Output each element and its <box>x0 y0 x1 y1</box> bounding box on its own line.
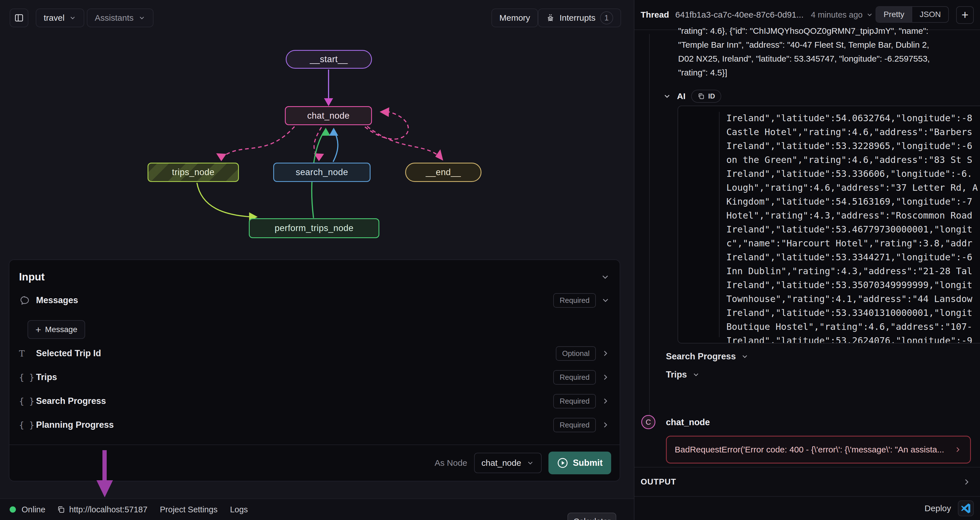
code-line: Ireland","latitude":54.0632764,"longitud… <box>726 111 980 125</box>
error-message-box[interactable]: BadRequestError('Error code: 400 - {\'er… <box>666 436 971 464</box>
add-message-label: Message <box>45 325 78 334</box>
code-lines: Ireland","latitude":54.0632764,"longitud… <box>726 111 980 343</box>
as-node-select[interactable]: chat_node <box>474 453 542 473</box>
graph-node-perform-trips-node[interactable]: perform_trips_node <box>249 218 379 238</box>
input-panel-header[interactable]: Input <box>19 268 610 286</box>
required-badge: Required <box>553 370 596 384</box>
graph-node-end[interactable]: __end__ <box>405 163 482 182</box>
braces-icon: { } <box>19 420 32 430</box>
chevron-down-icon <box>692 371 700 379</box>
field-row-messages[interactable]: Messages Required <box>19 289 610 312</box>
code-line: Ireland","latitude":53.336606,"longitude… <box>726 167 980 181</box>
input-panel: Input Messages Required + Message T Sele… <box>9 260 620 482</box>
new-thread-button[interactable]: + <box>956 6 974 24</box>
calculator-tooltip: Calculator <box>568 513 616 520</box>
plus-icon: + <box>35 325 41 334</box>
memory-button[interactable]: Memory <box>492 8 538 27</box>
view-mode-json[interactable]: JSON <box>912 7 948 22</box>
play-circle-icon <box>557 457 568 469</box>
memory-label: Memory <box>500 13 530 23</box>
workspace-dropdown[interactable]: travel <box>36 8 84 27</box>
node-label: search_node <box>296 167 348 177</box>
node-label: trips_node <box>172 167 215 177</box>
assistants-dropdown[interactable]: Assistants <box>87 8 153 27</box>
workspace-label: travel <box>44 13 64 23</box>
thread-title: Thread <box>641 10 669 19</box>
code-line: Ireland","latitude":53.2624076,"longitud… <box>726 334 980 343</box>
arrowhead-chat-search <box>314 153 324 161</box>
chevron-down-icon <box>600 272 610 282</box>
chevron-down-icon[interactable] <box>663 92 671 100</box>
interrupts-label: Interrupts <box>560 13 595 23</box>
arrowhead-perform-chat <box>321 128 330 136</box>
graph-node-start[interactable]: __start__ <box>286 50 372 69</box>
code-line: Kingdom","latitude":54.5163169,"longitud… <box>726 195 980 209</box>
required-badge: Required <box>553 394 596 408</box>
field-label: Trips <box>36 372 57 382</box>
view-mode-pretty[interactable]: Pretty <box>876 7 912 22</box>
sidebar-toggle-button[interactable] <box>10 8 29 27</box>
submit-button[interactable]: Submit <box>549 451 611 474</box>
ai-code-block[interactable]: Ireland","latitude":54.0632764,"longitud… <box>678 105 980 343</box>
as-node-value: chat_node <box>482 458 521 468</box>
message-indent-guide <box>649 34 650 429</box>
code-line: c","name":"Harcourt Hotel","rating":3.8,… <box>726 236 980 250</box>
logs-link[interactable]: Logs <box>230 505 248 514</box>
as-node-label: As Node <box>435 458 467 468</box>
avatar-letter: C <box>646 418 651 427</box>
graph-node-trips-node[interactable]: trips_node <box>148 163 239 182</box>
code-line: Castle Hotel","rating":4.6,"address":"Ba… <box>726 125 980 139</box>
assistants-label: Assistants <box>95 13 134 23</box>
copy-id-button[interactable]: ID <box>691 90 721 103</box>
braces-icon: { } <box>19 396 32 406</box>
output-section-toggle[interactable]: OUTPUT <box>635 467 980 496</box>
thread-time-dropdown[interactable]: 4 minutes ago <box>811 10 873 19</box>
graph-node-chat-node[interactable]: chat_node <box>285 106 372 125</box>
thread-id: 641fb1a3-ca7c-40ee-87c6-0d91... <box>675 10 803 19</box>
code-line: Ireland","latitude":53.35070349999999,"l… <box>726 278 980 292</box>
open-in-vscode-button[interactable] <box>958 501 974 516</box>
field-row-trips[interactable]: { } Trips Required <box>19 365 610 389</box>
text-type-icon: T <box>19 349 32 359</box>
required-badge: Required <box>553 293 596 308</box>
copy-icon <box>57 505 65 514</box>
server-url-item[interactable]: http://localhost:57187 <box>57 505 148 514</box>
message-line: "Temple Bar Inn", "address": "40-47 Flee… <box>678 38 978 52</box>
interrupts-button[interactable]: Interrupts 1 <box>538 8 621 27</box>
code-line: on the Green","rating":4.6,"address":"83… <box>726 153 980 167</box>
section-trips[interactable]: Trips <box>666 370 700 380</box>
chevron-right-icon <box>601 420 610 429</box>
node-label: __start__ <box>310 54 348 64</box>
graph-node-search-node[interactable]: search_node <box>273 163 371 182</box>
view-mode-toggle: Pretty JSON <box>876 6 949 23</box>
id-label: ID <box>708 92 715 100</box>
arrowhead-chat-trips <box>216 153 226 161</box>
field-row-planning-progress[interactable]: { } Planning Progress Required <box>19 413 610 437</box>
submit-label: Submit <box>573 458 603 468</box>
code-line: Inn Dublin","rating":4.3,"address":"21-2… <box>726 264 980 278</box>
project-settings-link[interactable]: Project Settings <box>160 505 218 514</box>
section-label: Trips <box>666 370 687 380</box>
braces-icon: { } <box>19 372 32 382</box>
chevron-down-icon <box>138 14 146 22</box>
code-indent-guide <box>719 112 719 337</box>
chevron-right-icon <box>962 477 972 487</box>
field-row-selected-trip-id[interactable]: T Selected Trip Id Optional <box>19 341 610 365</box>
message-line: "rating": 4.6}, {"id": "ChIJMQYhsoQOZ0gR… <box>678 24 978 38</box>
required-badge: Required <box>553 418 596 432</box>
chevron-down-icon <box>866 11 873 18</box>
section-search-progress[interactable]: Search Progress <box>666 351 749 362</box>
error-message-text: BadRequestError('Error code: 400 - {\'er… <box>675 445 954 455</box>
field-label: Selected Trip Id <box>36 348 101 359</box>
code-line: Ireland","latitude":53.46779730000001,"l… <box>726 223 980 236</box>
input-panel-footer: As Node chat_node Submit <box>10 445 620 481</box>
deploy-link[interactable]: Deploy <box>925 504 951 513</box>
add-message-button[interactable]: + Message <box>27 320 85 339</box>
field-row-search-progress[interactable]: { } Search Progress Required <box>19 389 610 413</box>
chevron-down-icon <box>741 353 749 360</box>
code-line: Ireland","latitude":53.33401310000001,"l… <box>726 306 980 320</box>
ai-label: AI <box>677 91 686 101</box>
message-line: D02 NX25, Ireland", "latitude": 53.34574… <box>678 52 978 65</box>
code-line: Townhouse","rating":4.1,"address":"44 La… <box>726 292 980 306</box>
arrowhead-chat-end <box>435 149 443 161</box>
